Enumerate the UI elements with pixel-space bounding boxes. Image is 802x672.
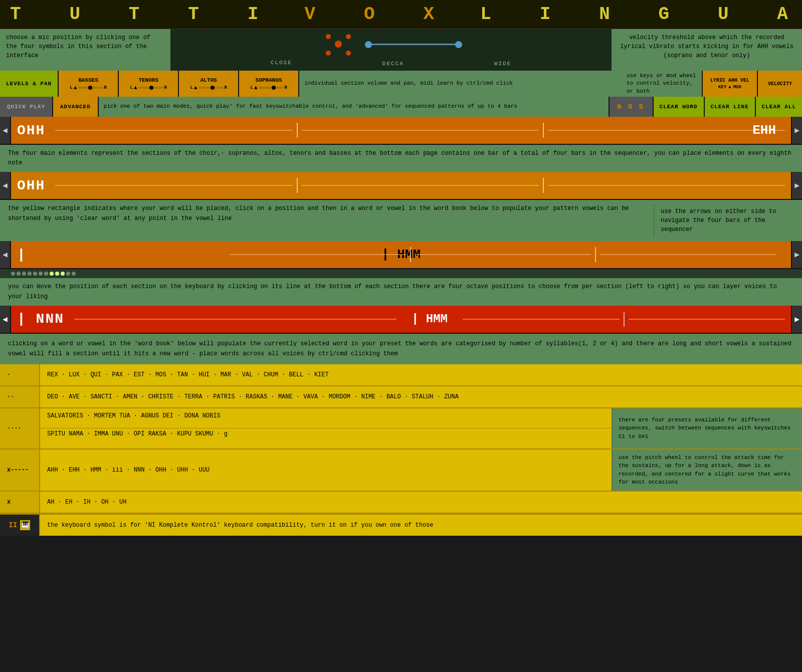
seq-nav-left-4[interactable]: ◀ bbox=[0, 306, 11, 333]
seq-nav-right-4[interactable]: ▶ bbox=[791, 306, 802, 333]
altos-button[interactable]: ALTOS L ▲ R bbox=[179, 71, 239, 97]
wordbook-section: · REX · LUX · QUI · PAX · EST · MOS · TA… bbox=[0, 364, 802, 536]
mic-diagram bbox=[323, 33, 459, 56]
clear-all-button[interactable]: CLEAR ALL bbox=[755, 97, 802, 117]
wordbook-sym-x: x bbox=[0, 492, 40, 513]
levels-pan-button[interactable]: LEVELS & PAN bbox=[0, 71, 59, 97]
info-yellow-rect: the yellow rectangle indicates where you… bbox=[0, 200, 802, 241]
seq-row-1[interactable]: ◀ OHH EHH ▶ bbox=[0, 117, 802, 145]
mic-position-tooltip: choose a mic position by clicking one of… bbox=[0, 29, 170, 71]
wordbook-words-4[interactable]: SALVATORIS · MORTEM TUA · AGNUS DEI · DO… bbox=[40, 408, 612, 449]
basses-slider[interactable]: L ▲ R bbox=[70, 85, 107, 91]
velocity-threshold-tooltip: velocity threshold above which the recor… bbox=[612, 29, 802, 71]
mic-wide-line[interactable] bbox=[368, 44, 459, 45]
wordbook-row-long-vowels[interactable]: x----- AHH · EHH · HMM · iii · NNN · OHH… bbox=[0, 450, 802, 492]
octave-dot-6[interactable] bbox=[39, 272, 43, 276]
seq-right-word-1: EHH bbox=[752, 123, 776, 138]
seq-word-2: OHH bbox=[17, 178, 45, 193]
quickplay-modes-tooltip: pick one of two main modes, quick play' … bbox=[99, 97, 609, 117]
close-label: CLOSE bbox=[271, 60, 292, 66]
info-four-elements: The four main elements represent the sec… bbox=[0, 145, 802, 172]
seq-row-3[interactable]: ◀ | | HMM ▶ bbox=[0, 241, 802, 269]
mic-line-dot-left bbox=[365, 41, 372, 48]
wordbook-sym-2: ·· bbox=[0, 386, 40, 407]
title-mid: V O X bbox=[305, 4, 438, 25]
sopranos-button[interactable]: SOPRANOS L ▲ R bbox=[239, 71, 299, 97]
tenors-slider[interactable]: L ▲ R bbox=[130, 85, 167, 91]
quick-play-button[interactable]: QUICK PLAY bbox=[0, 97, 53, 117]
octave-dot-8[interactable] bbox=[50, 272, 54, 276]
seq-content-1: OHH EHH bbox=[11, 117, 791, 144]
wordbook-words-2[interactable]: DEO · AVE · SANCTI · AMEN · CHRISTE · TE… bbox=[40, 386, 802, 407]
wordbook-row-short-vowels[interactable]: x AH · EH · IH · OH · UH bbox=[0, 492, 802, 514]
tenors-button[interactable]: TENORS L ▲ R bbox=[119, 71, 179, 97]
seq-row-2[interactable]: ◀ OHH ▶ bbox=[0, 172, 802, 200]
basses-button[interactable]: BASSES L ▲ R bbox=[59, 71, 119, 97]
octave-dot-11[interactable] bbox=[66, 272, 70, 276]
wordbook-bottom-row: II 🎹 the keyboard symbol is for 'NI Komp… bbox=[0, 514, 802, 536]
quickplay-bar: QUICK PLAY ADVANCED pick one of two main… bbox=[0, 97, 802, 117]
info-arrows-navigate: use the arrows on either side to navigat… bbox=[654, 204, 794, 237]
seq-word-1: OHH bbox=[17, 123, 45, 138]
octave-dots-row[interactable] bbox=[0, 269, 802, 278]
octave-dot-1[interactable] bbox=[11, 272, 15, 276]
mic-section[interactable]: CLOSE DECCA WIDE bbox=[170, 29, 612, 71]
octave-dot-4[interactable] bbox=[28, 272, 32, 276]
wordbook-intro-tooltip: clicking on a word or vowel in the 'word… bbox=[0, 334, 802, 364]
seq-bars-1 bbox=[55, 123, 785, 138]
wordbook-words-1[interactable]: REX · LUX · QUI · PAX · EST · MOS · TAN … bbox=[40, 364, 802, 385]
wordbook-sym-4: ···· bbox=[0, 408, 40, 449]
seq-content-4: | NNN | HMM bbox=[11, 306, 791, 333]
wordbook-row-4syllable[interactable]: ···· SALVATORIS · MORTEM TUA · AGNUS DEI… bbox=[0, 408, 802, 450]
keyboard-icon[interactable]: 🎹 bbox=[20, 520, 30, 530]
levels-bar: LEVELS & PAN BASSES L ▲ R TENORS L ▲ R A… bbox=[0, 71, 802, 97]
title-right: L I N G U A bbox=[480, 4, 792, 25]
dot-br bbox=[346, 51, 351, 56]
wordbook-sym-1: · bbox=[0, 364, 40, 385]
seq-row-4[interactable]: ◀ | NNN | HMM ▶ bbox=[0, 306, 802, 334]
mic-close[interactable] bbox=[323, 33, 353, 56]
advanced-button[interactable]: ADVANCED bbox=[53, 97, 99, 117]
top-info-bar: choose a mic position by clicking one of… bbox=[0, 29, 802, 71]
header: T U T T I V O X L I N G U A bbox=[0, 0, 802, 29]
keyboard-compat-text: the keyboard symbol is for 'NI Komplete … bbox=[40, 515, 802, 536]
octave-dot-3[interactable] bbox=[22, 272, 26, 276]
mic-line-dot-right bbox=[455, 41, 462, 48]
seq-nav-left-1[interactable]: ◀ bbox=[0, 117, 11, 144]
wordbook-words-4-top[interactable]: SALVATORIS · MORTEM TUA · AGNUS DEI · DO… bbox=[40, 408, 612, 429]
lyric-ahh-vel-button[interactable]: LYRIC AHH VEL KEY ▲ MOD bbox=[702, 71, 757, 97]
seq-nav-right-1[interactable]: ▶ bbox=[791, 117, 802, 144]
mic-decca-dots bbox=[323, 33, 353, 56]
seq-content-2: OHH bbox=[11, 172, 791, 199]
octave-dot-12[interactable] bbox=[72, 272, 76, 276]
octave-dot-9[interactable] bbox=[55, 272, 59, 276]
seq-bars-2 bbox=[55, 178, 785, 193]
wordbook-row-1syllable[interactable]: · REX · LUX · QUI · PAX · EST · MOS · TA… bbox=[0, 364, 802, 386]
wordbook-words-4-bottom[interactable]: SPITU NAMA · IMMA UNU · OPI RAKSA · KUPU… bbox=[40, 428, 612, 449]
dot-center bbox=[335, 41, 342, 48]
nos-label: N O S bbox=[609, 97, 653, 117]
dot-bl bbox=[326, 51, 331, 56]
dot-tr bbox=[346, 34, 351, 39]
seq-word-4: | NNN bbox=[17, 311, 64, 327]
octave-dot-7[interactable] bbox=[44, 272, 48, 276]
velocity-button[interactable]: VELOCITY bbox=[757, 71, 802, 97]
wordbook-row-2syllable[interactable]: ·· DEO · AVE · SANCTI · AMEN · CHRISTE ·… bbox=[0, 386, 802, 408]
seq-nav-right-3[interactable]: ▶ bbox=[791, 241, 802, 268]
octave-dot-2[interactable] bbox=[17, 272, 21, 276]
wordbook-pitch-wheel-tooltip: use the pitch wheel to control the attac… bbox=[612, 450, 802, 491]
keyboard-compat-icon[interactable]: II 🎹 bbox=[0, 515, 40, 536]
clear-word-button[interactable]: CLEAR WORD bbox=[653, 97, 704, 117]
clear-line-button[interactable]: CLEAR LINE bbox=[704, 97, 755, 117]
altos-slider[interactable]: L ▲ R bbox=[190, 85, 227, 91]
octave-dot-5[interactable] bbox=[33, 272, 37, 276]
seq-nav-left-2[interactable]: ◀ bbox=[0, 172, 11, 199]
wordbook-four-presets-tooltip: there are four presets available for dif… bbox=[612, 408, 802, 449]
seq-nav-right-2[interactable]: ▶ bbox=[791, 172, 802, 199]
info-keyboard-position: you can move the position of each sectio… bbox=[0, 278, 802, 305]
octave-dot-10[interactable] bbox=[61, 272, 65, 276]
wordbook-words-long[interactable]: AHH · EHH · HMM · iii · NNN · OHH · UHH … bbox=[40, 450, 612, 491]
seq-nav-left-3[interactable]: ◀ bbox=[0, 241, 11, 268]
wordbook-words-short[interactable]: AH · EH · IH · OH · UH bbox=[40, 492, 802, 513]
sopranos-slider[interactable]: L ▲ R bbox=[251, 85, 287, 91]
